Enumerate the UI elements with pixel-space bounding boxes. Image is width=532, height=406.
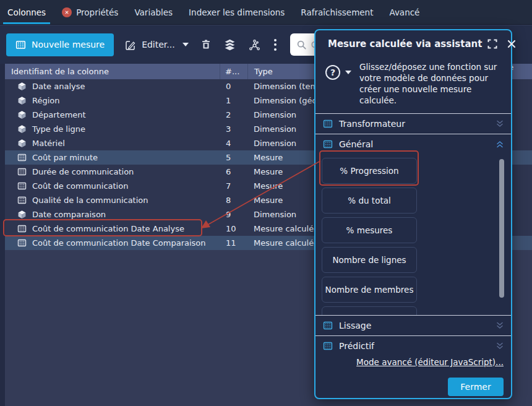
section-lissage[interactable]: Lissage (315, 316, 511, 335)
measure-abacus-icon (17, 153, 27, 162)
function-button[interactable]: % Progression (322, 158, 417, 184)
dimension-cube-icon (17, 139, 27, 148)
function-button[interactable]: Rang (322, 306, 417, 315)
layers-icon (223, 38, 236, 51)
delete-button[interactable] (200, 39, 212, 50)
measure-abacus-icon (17, 224, 27, 233)
section-transformateur[interactable]: Transformateur (315, 114, 511, 134)
row-identifier: Coût de communication (32, 181, 128, 191)
dimension-cube-icon (17, 110, 27, 119)
section-general[interactable]: Général (315, 134, 511, 154)
measure-abacus-icon (17, 238, 27, 248)
column-header-identifier[interactable]: Identifiant de la colonne (5, 64, 220, 79)
row-number: 0 (220, 79, 247, 93)
nav-tab-label: Rafraîchissement (301, 7, 373, 17)
row-identifier: Qualité de la communication (32, 196, 148, 205)
function-button[interactable]: Nombre de membres (322, 277, 417, 303)
function-button[interactable]: Nombre de lignes (322, 247, 417, 273)
nav-tab[interactable]: ✕ Propriétés (62, 0, 118, 24)
nav-tab-label: Avancé (389, 7, 419, 17)
pencil-icon (124, 39, 136, 51)
help-text: Glissez/déposez une fonction sur votre m… (359, 61, 504, 106)
trash-icon (200, 39, 212, 50)
fermer-button[interactable]: Fermer (448, 378, 504, 396)
error-badge-icon: ✕ (62, 7, 72, 17)
app-window: ✕ Colonnes ✕ Propriétés ✕ Variables ✕ In… (0, 0, 532, 406)
nav-tab-label: Indexer les dimensions (189, 7, 285, 17)
top-nav: ✕ Colonnes ✕ Propriétés ✕ Variables ✕ In… (0, 0, 532, 25)
row-identifier: Coût de communication Date Comparaison (32, 238, 206, 248)
new-measure-button[interactable]: Nouvelle mesure (6, 33, 114, 56)
dialog-header: Mesure calculée via assistant (315, 33, 511, 55)
row-identifier: Matériel (32, 139, 65, 148)
measure-abacus-icon (17, 167, 27, 176)
function-list: % Progression% du total% mesuresNombre d… (315, 154, 511, 315)
search-icon (296, 40, 307, 50)
section-label: Transformateur (339, 119, 490, 129)
layers-button[interactable] (223, 38, 236, 51)
chevron-double-down-icon (496, 322, 504, 329)
advanced-mode-link[interactable]: Mode avancé (éditeur JavaScript)... (356, 357, 504, 367)
scrollbar-thumb[interactable] (499, 159, 504, 298)
row-number: 2 (220, 108, 247, 122)
calculated-measure-assistant-dialog: Mesure calculée via assistant ? Glissez/… (314, 29, 512, 399)
section-label: Prédictif (339, 341, 490, 351)
more-options-button[interactable] (274, 39, 277, 51)
hierarchy-button[interactable] (248, 38, 261, 51)
row-number: 3 (220, 122, 247, 136)
row-number: 7 (220, 179, 247, 193)
row-identifier: Type de ligne (32, 124, 85, 134)
row-number: 9 (220, 207, 247, 222)
row-number: 11 (220, 236, 247, 250)
new-measure-label: Nouvelle mesure (32, 40, 105, 50)
chevron-double-up-icon (496, 140, 504, 148)
abacus-icon (323, 119, 333, 129)
dimension-cube-icon (17, 82, 27, 91)
edit-button[interactable]: Editer... (124, 39, 175, 51)
abacus-icon (323, 139, 333, 149)
close-icon[interactable] (507, 39, 517, 49)
nav-tab-label: Colonnes (7, 7, 46, 17)
row-number: 1 (220, 93, 247, 108)
row-identifier: Département (32, 110, 86, 119)
dialog-title: Mesure calculée via assistant (328, 38, 482, 50)
section-label: Lissage (339, 321, 490, 330)
nav-tab[interactable]: ✕ Indexer les dimensions (189, 0, 285, 24)
row-number: 10 (220, 222, 247, 236)
edit-label: Editer... (142, 40, 175, 50)
row-identifier: Date analyse (32, 82, 85, 91)
dimension-cube-icon (17, 210, 27, 219)
nav-tab[interactable]: ✕ Variables (134, 0, 173, 24)
abacus-icon (15, 40, 26, 50)
row-number: 4 (220, 136, 247, 150)
function-button[interactable]: % mesures (322, 217, 417, 243)
advanced-mode-row: Mode avancé (éditeur JavaScript)... (315, 356, 511, 371)
column-header-number[interactable]: #... (220, 64, 247, 79)
abacus-icon (323, 321, 333, 330)
nav-tab[interactable]: ✕ Avancé (389, 0, 419, 24)
measure-abacus-icon (17, 196, 27, 205)
row-identifier: Coût de communication Date Analyse (32, 224, 184, 233)
chevron-double-down-icon (496, 342, 504, 350)
abacus-icon (323, 341, 333, 351)
row-identifier: Région (32, 96, 60, 105)
row-number: 5 (220, 150, 247, 165)
section-label: Général (339, 139, 490, 149)
nav-tab-label: Variables (134, 7, 173, 17)
maximize-icon[interactable] (487, 38, 498, 50)
section-predictif[interactable]: Prédictif (315, 336, 511, 356)
edit-dropdown-caret[interactable] (182, 43, 189, 46)
help-collapse-caret[interactable] (345, 71, 351, 74)
nav-tab[interactable]: ✕ Colonnes (7, 0, 46, 24)
nav-tab[interactable]: ✕ Rafraîchissement (301, 0, 373, 24)
chevron-double-down-icon (496, 120, 504, 127)
row-number: 6 (220, 165, 247, 179)
node-graph-icon (248, 38, 261, 51)
help-question-icon[interactable]: ? (325, 65, 340, 80)
measure-abacus-icon (17, 181, 27, 191)
function-button[interactable]: % du total (322, 188, 417, 214)
row-identifier: Durée de communication (32, 167, 134, 176)
dialog-footer: Fermer (315, 371, 511, 404)
row-number: 8 (220, 193, 247, 207)
nav-tab-label: Propriétés (76, 7, 118, 17)
